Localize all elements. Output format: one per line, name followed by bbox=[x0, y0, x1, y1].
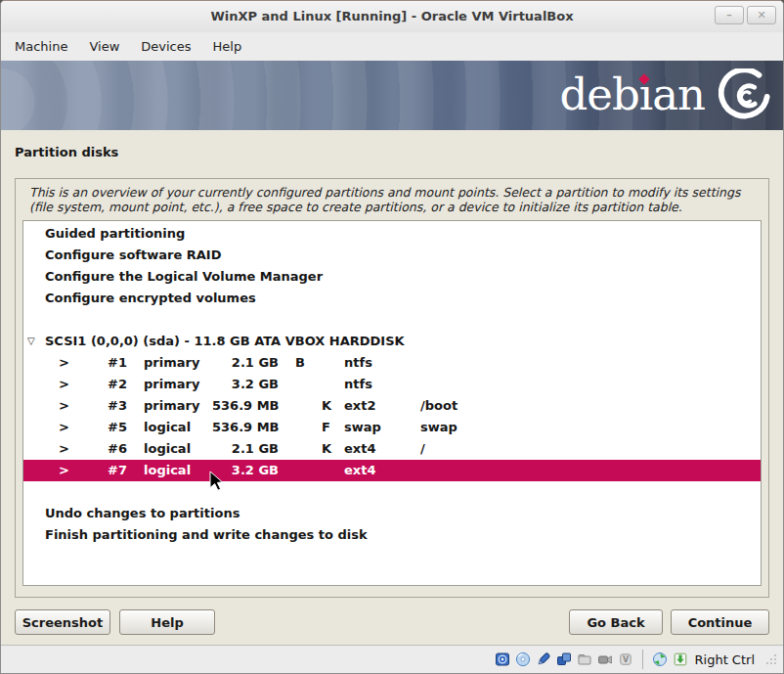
network-indicator-icon[interactable] bbox=[556, 652, 572, 667]
partition-cell-expander: > bbox=[23, 374, 108, 395]
spacer-row bbox=[23, 309, 761, 331]
partition-cell-flag1 bbox=[279, 374, 322, 395]
partition-cell-type: primary bbox=[144, 395, 212, 417]
help-button[interactable]: Help bbox=[119, 609, 215, 635]
spacer-row bbox=[23, 481, 761, 503]
partition-cell-flag1: B bbox=[279, 352, 322, 374]
partition-cell-flag1 bbox=[279, 417, 322, 438]
optical-drive-indicator-icon[interactable] bbox=[515, 652, 531, 667]
menu-help[interactable]: Help bbox=[202, 35, 253, 58]
statusbar-separator bbox=[642, 650, 643, 669]
menu-devices[interactable]: Devices bbox=[130, 35, 201, 58]
partition-cell-flag2 bbox=[322, 374, 344, 395]
partition-cell-type: primary bbox=[144, 352, 212, 374]
partition-cell-size: 3.2 GB bbox=[212, 460, 279, 481]
partition-cell-flag2 bbox=[322, 460, 344, 481]
titlebar[interactable]: WinXP and Linux [Running] - Oracle VM Vi… bbox=[1, 1, 783, 32]
features-indicator-icon[interactable]: V bbox=[618, 652, 633, 667]
partition-cell-mount: swap bbox=[420, 417, 761, 438]
partition-row[interactable]: >#6logical2.1 GBKext4/ bbox=[23, 438, 761, 460]
option-guided-partitioning[interactable]: Guided partitioning bbox=[23, 223, 761, 245]
debian-wordmark: debıan bbox=[560, 63, 705, 127]
shared-folders-indicator-icon[interactable] bbox=[577, 652, 592, 667]
window-controls: – ✕ bbox=[715, 6, 776, 24]
debian-swirl-icon bbox=[719, 68, 771, 121]
go-back-button[interactable]: Go Back bbox=[569, 609, 663, 635]
installer-content: Partition disks This is an overview of y… bbox=[1, 130, 783, 645]
partition-cell-expander: > bbox=[23, 352, 108, 374]
menubar: Machine View Devices Help bbox=[1, 32, 783, 61]
hard-disk-indicator-icon[interactable] bbox=[495, 652, 510, 667]
usb-indicator-icon[interactable] bbox=[536, 652, 551, 667]
mouse-integration-icon[interactable] bbox=[652, 652, 668, 667]
partition-cell-num: #7 bbox=[108, 460, 144, 481]
page-title: Partition disks bbox=[15, 145, 769, 159]
option-configure-encrypted[interactable]: Configure encrypted volumes bbox=[23, 288, 761, 309]
partition-cell-num: #1 bbox=[108, 352, 144, 374]
close-button[interactable]: ✕ bbox=[747, 6, 776, 24]
partition-cell-flag1 bbox=[279, 395, 322, 417]
partition-rows: >#1primary2.1 GBBntfs>#2primary3.2 GBntf… bbox=[23, 352, 761, 481]
partition-cell-num: #2 bbox=[108, 374, 144, 395]
screenshot-button[interactable]: Screenshot bbox=[15, 609, 110, 635]
partition-cell-num: #5 bbox=[108, 417, 144, 438]
partition-cell-mount bbox=[420, 352, 761, 374]
minimize-button[interactable]: – bbox=[715, 6, 744, 24]
partition-cell-expander: > bbox=[23, 460, 108, 481]
option-configure-raid[interactable]: Configure software RAID bbox=[23, 245, 761, 266]
statusbar: V Right Ctrl bbox=[1, 645, 783, 673]
partition-cell-type: logical bbox=[144, 417, 212, 438]
partition-row[interactable]: >#5logical536.9 MBFswapswap bbox=[23, 417, 761, 438]
partition-cell-size: 3.2 GB bbox=[212, 374, 279, 395]
partition-cell-size: 536.9 MB bbox=[212, 395, 279, 417]
action-finish-partitioning[interactable]: Finish partitioning and write changes to… bbox=[23, 524, 761, 546]
partition-row[interactable]: >#7logical3.2 GBext4 bbox=[23, 460, 761, 481]
close-icon: ✕ bbox=[757, 9, 765, 22]
window-title: WinXP and Linux [Running] - Oracle VM Vi… bbox=[1, 9, 783, 23]
partition-cell-fs: ntfs bbox=[344, 374, 420, 395]
partition-cell-expander: > bbox=[23, 395, 108, 417]
partition-cell-flag2 bbox=[322, 352, 344, 374]
menu-view[interactable]: View bbox=[78, 35, 130, 58]
partition-cell-expander: > bbox=[23, 438, 108, 460]
overview-description: This is an overview of your currently co… bbox=[22, 184, 754, 216]
virtualbox-window: WinXP and Linux [Running] - Oracle VM Vi… bbox=[0, 0, 784, 674]
partition-row[interactable]: >#2primary3.2 GBntfs bbox=[23, 374, 761, 395]
partition-cell-flag2: K bbox=[322, 438, 344, 460]
partition-cell-type: logical bbox=[144, 438, 212, 460]
menu-machine[interactable]: Machine bbox=[15, 35, 78, 58]
partition-cell-fs: ntfs bbox=[344, 352, 420, 374]
partition-cell-mount: / bbox=[420, 438, 761, 460]
partition-cell-type: logical bbox=[144, 460, 212, 481]
partition-cell-type: primary bbox=[144, 374, 212, 395]
option-configure-lvm[interactable]: Configure the Logical Volume Manager bbox=[23, 266, 761, 288]
partition-row[interactable]: >#1primary2.1 GBBntfs bbox=[23, 352, 761, 374]
expander-open-icon[interactable]: ▽ bbox=[27, 331, 45, 352]
video-capture-indicator-icon[interactable] bbox=[597, 652, 613, 667]
partition-list[interactable]: Guided partitioning Configure software R… bbox=[22, 220, 762, 586]
partition-cell-flag1 bbox=[279, 460, 322, 481]
partition-cell-flag2: K bbox=[322, 395, 344, 417]
partition-cell-size: 2.1 GB bbox=[212, 352, 279, 374]
host-key-label: Right Ctrl bbox=[695, 652, 756, 667]
button-row: Screenshot Help Go Back Continue bbox=[15, 609, 769, 635]
partition-cell-size: 536.9 MB bbox=[212, 417, 279, 438]
disk-row[interactable]: ▽ SCSI1 (0,0,0) (sda) - 11.8 GB ATA VBOX… bbox=[23, 331, 761, 352]
debian-banner: debıan bbox=[1, 61, 783, 130]
partition-cell-fs: swap bbox=[344, 417, 420, 438]
svg-text:V: V bbox=[622, 655, 629, 664]
partition-cell-expander: > bbox=[23, 417, 108, 438]
partition-cell-flag1 bbox=[279, 438, 322, 460]
partition-cell-mount: /boot bbox=[420, 395, 761, 417]
partition-cell-mount bbox=[420, 460, 761, 481]
partition-cell-fs: ext4 bbox=[344, 460, 420, 481]
continue-button[interactable]: Continue bbox=[671, 609, 769, 635]
partition-cell-mount bbox=[420, 374, 761, 395]
partition-cell-num: #3 bbox=[108, 395, 144, 417]
action-undo-changes[interactable]: Undo changes to partitions bbox=[23, 503, 761, 524]
partition-cell-fs: ext4 bbox=[344, 438, 420, 460]
partition-row[interactable]: >#3primary536.9 MBKext2/boot bbox=[23, 395, 761, 417]
resize-grip[interactable] bbox=[765, 653, 777, 665]
partition-cell-size: 2.1 GB bbox=[212, 438, 279, 460]
keyboard-capture-icon[interactable] bbox=[673, 652, 688, 667]
